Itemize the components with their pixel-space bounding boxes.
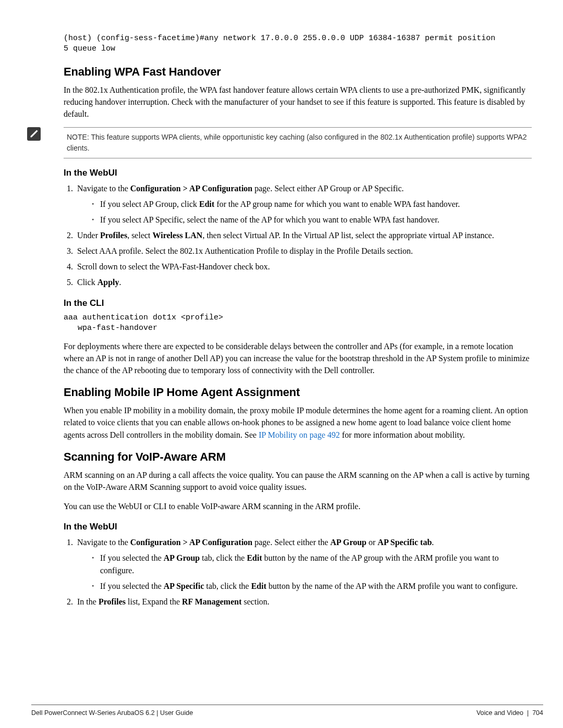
text: section. xyxy=(242,597,270,606)
text-bold: Configuration > AP Configuration xyxy=(130,538,252,547)
text: . xyxy=(119,278,121,287)
text-bold: Profiles xyxy=(100,231,127,240)
note-box: NOTE: This feature supports WPA clients,… xyxy=(64,127,532,158)
list-item: Scroll down to select the WPA-Fast-Hando… xyxy=(75,261,532,273)
bullet-list: If you selected the AP Group tab, click … xyxy=(77,552,532,593)
text: Under xyxy=(77,231,100,240)
text-bold: AP Group xyxy=(331,538,367,547)
list-item: Select AAA profile. Select the 802.1x Au… xyxy=(75,245,532,257)
list-item: Click Apply. xyxy=(75,276,532,289)
heading-wpa-fast-handover: Enabling WPA Fast Handover xyxy=(64,65,532,79)
text: tab, click the xyxy=(204,582,251,590)
text-bold: Edit xyxy=(247,553,262,562)
heading-mobile-ip: Enabling Mobile IP Home Agent Assignment xyxy=(64,386,532,399)
text: If you selected the xyxy=(100,582,164,590)
text-bold: Profiles xyxy=(99,597,126,606)
list-item: Navigate to the Configuration > AP Confi… xyxy=(75,536,532,593)
note-pencil-icon xyxy=(27,127,41,141)
text-bold: Configuration > AP Configuration xyxy=(130,184,252,193)
text-bold: Apply xyxy=(97,278,119,287)
text: for more information about mobility. xyxy=(340,430,465,439)
list-item: If you select AP Group, click Edit for t… xyxy=(92,198,532,211)
bullet-list: If you select AP Group, click Edit for t… xyxy=(77,198,532,226)
paragraph: In the 802.1x Authentication profile, th… xyxy=(64,84,532,120)
text: , then select Virtual AP. In the Virtual… xyxy=(202,231,494,240)
subheading-webui: In the WebUI xyxy=(64,522,532,532)
list-item: If you selected the AP Specific tab, cli… xyxy=(92,580,532,593)
text-bold: AP Group xyxy=(164,553,200,562)
subheading-webui: In the WebUI xyxy=(64,168,532,178)
text: Click xyxy=(77,278,97,287)
text: for the AP group name for which you want… xyxy=(214,200,460,208)
text-bold: Wireless LAN xyxy=(153,231,203,240)
text: page. Select either the xyxy=(252,538,330,547)
paragraph: When you enable IP mobility in a mobilit… xyxy=(64,404,532,441)
heading-voip-arm: Scanning for VoIP-Aware ARM xyxy=(64,450,532,464)
text: In the xyxy=(77,597,99,606)
text-bold: AP Specific tab xyxy=(377,538,432,547)
text: Navigate to the xyxy=(77,184,130,193)
list-item: Navigate to the Configuration > AP Confi… xyxy=(75,182,532,226)
footer-right: Voice and Video | 704 xyxy=(476,709,543,717)
text-bold: Edit xyxy=(199,200,214,208)
subheading-cli: In the CLI xyxy=(64,298,532,309)
text-bold: RF Management xyxy=(182,597,242,606)
list-item: If you select AP Specific, select the na… xyxy=(92,214,532,226)
ordered-list: Navigate to the Configuration > AP Confi… xyxy=(64,536,532,608)
footer-left: Dell PowerConnect W-Series ArubaOS 6.2 |… xyxy=(31,709,193,717)
text: If you selected the xyxy=(100,553,164,562)
text: button by the name of the AP with the AR… xyxy=(266,582,518,590)
text: If you select AP Group, click xyxy=(100,200,199,208)
page-footer: Dell PowerConnect W-Series ArubaOS 6.2 |… xyxy=(31,705,543,717)
paragraph: You can use the WebUI or CLI to enable V… xyxy=(64,500,532,512)
code-block-top: (host) (config-sess-facetime)#any networ… xyxy=(64,33,532,55)
link-ip-mobility[interactable]: IP Mobility on page 492 xyxy=(259,430,340,439)
list-item: If you selected the AP Group tab, click … xyxy=(92,552,532,577)
code-block-cli: aaa authentication dot1x <profile> wpa-f… xyxy=(64,313,532,334)
text: tab, click the xyxy=(200,553,247,562)
ordered-list: Navigate to the Configuration > AP Confi… xyxy=(64,182,532,289)
text-bold: Edit xyxy=(251,582,266,590)
text-bold: AP Specific xyxy=(164,582,204,590)
list-item: Under Profiles, select Wireless LAN, the… xyxy=(75,229,532,242)
text: Navigate to the xyxy=(77,538,130,547)
text: or xyxy=(366,538,377,547)
paragraph: ARM scanning on an AP during a call affe… xyxy=(64,469,532,493)
list-item: In the Profiles list, Expand the RF Mana… xyxy=(75,596,532,608)
text: list, Expand the xyxy=(126,597,182,606)
text: page. Select either AP Group or AP Speci… xyxy=(252,184,403,193)
paragraph: For deployments where there are expected… xyxy=(64,340,532,377)
text: , select xyxy=(127,231,152,240)
text: . xyxy=(432,538,434,547)
